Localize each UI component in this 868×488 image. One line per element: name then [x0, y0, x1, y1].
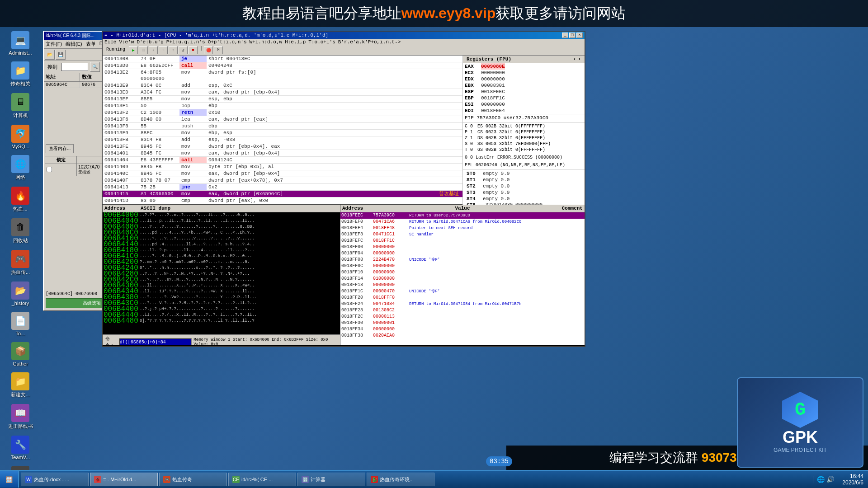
disasm-row-0[interactable]: 0064130B 74 0F je short 006413EC [103, 56, 462, 62]
start-button[interactable]: 🪟 [0, 471, 19, 488]
disasm-row-12[interactable]: 006413FE 8945 FC mov dword ptr [ebp-0x4]… [103, 143, 462, 150]
dbg-stop-btn[interactable]: ■ [189, 46, 198, 54]
dbg-pause-btn[interactable]: ⏸ [139, 46, 148, 54]
disasm-row-2[interactable]: 006413E2 64:8F05 00000000 mov dword ptr … [103, 69, 462, 82]
desktop-icon-chuanqi[interactable]: 📁 传奇相关 [2, 60, 38, 89]
taskbar-task-calc[interactable]: 🔢 计算器 [297, 473, 365, 486]
disasm-row-17[interactable]: 0064140F 8378 78 07 cmp dword ptr [eax+0… [103, 177, 462, 184]
disasm-row-5[interactable]: 006413EF 8BE5 mov esp, ebp [103, 96, 462, 103]
reg-st4: ST4empty 0.0 [465, 196, 583, 202]
taskbar-tray: 🌐 🔊 [813, 476, 838, 483]
search-btn[interactable]: 🔍 [90, 62, 100, 72]
disasm-row-7[interactable]: 006413F2 C2 1000 retn 0x10 [103, 109, 462, 116]
disasm-row-13[interactable]: 00641401 8B45 FC mov eax, dword ptr [ebp… [103, 150, 462, 157]
ce-menu-edit[interactable]: 编辑(E) [66, 41, 82, 47]
taskbar-task-hotblood[interactable]: 🎮 热血传奇 [159, 473, 227, 486]
disasm-row-3[interactable]: 006413E9 83C4 0C add esp, 0xC [103, 82, 462, 89]
disasm-row-9[interactable]: 006413F8 55 push ebp [103, 123, 462, 130]
dbg-menu-view[interactable]: V:e'w [119, 39, 134, 45]
stack-row-3: 0018FEF8 00471CC1 SE handler [340, 231, 585, 238]
desktop-icon-recycle[interactable]: 🗑 回收站 [2, 216, 38, 246]
taskbar: 🪟 W 热血传.docx - ... 🐞 = - M+irOld.d... 🎮 … [0, 470, 868, 488]
dbg-menu-file[interactable]: Eile [104, 39, 116, 45]
stack-row-15: 0018FF28 001308C2 [340, 307, 585, 314]
search-input[interactable] [61, 63, 88, 71]
dbg-step-over-btn[interactable]: → [159, 46, 168, 54]
flag-row-2: Z 1 DS 002B 32bit 0(FFFFFFFF) [465, 135, 583, 141]
disasm-row-15[interactable]: 00641409 8845 FB mov byte ptr [ebp-0x5],… [103, 164, 462, 170]
taskbar-clock[interactable]: 16:44 2020/6/6 [838, 473, 868, 486]
desktop-icon-mysql[interactable]: 🐬 MySQ... [2, 123, 38, 151]
stack-row-13: 0018FF20 0018FFF0 [340, 295, 585, 301]
search-label: 搜到 [46, 64, 59, 70]
dbg-menu-tools[interactable]: T:o.o+l's [308, 39, 335, 45]
dbg-menu-help[interactable]: H:e.l,p [285, 39, 306, 45]
disasm-row-8[interactable]: 006413F6 8D40 00 lea eax, dword ptr [eax… [103, 116, 462, 123]
ce-title: id/rr>%( CE 6.4.3 国际... [46, 33, 94, 39]
desktop-icon-to[interactable]: 📄 To... [2, 310, 38, 338]
view-memory-btn[interactable]: 查看内存... [46, 144, 74, 153]
dbg-menu-debug[interactable]: D'e:b.u'g [137, 39, 163, 45]
dbg-close-btn[interactable]: × [576, 33, 583, 38]
desktop-icon-administ[interactable]: 💻 Administ... [2, 29, 38, 57]
ce-menu-file[interactable]: 文件(F) [46, 41, 62, 47]
taskbar-task-dragon[interactable]: 🐉 热血传奇环境... [367, 473, 434, 486]
disasm-row-14[interactable]: 00641404 E8 43FEFFFF call 0064124C [103, 157, 462, 164]
ce-save-btn[interactable]: 💾 [56, 50, 66, 60]
dbg-bp-btn[interactable]: 🔴 [204, 46, 213, 54]
dbg-menu-plugins[interactable]: P+l:u.g.i.n's [166, 39, 205, 45]
disasm-row-10[interactable]: 006413F9 8BEC mov ebp, esp [103, 130, 462, 136]
dbg-menu-window[interactable]: W+i.n:d.o,w [250, 39, 283, 45]
mem-cmd-input[interactable] [119, 338, 192, 345]
desktop-icon-network[interactable]: 🌐 网络 [2, 153, 38, 183]
dbg-maximize-btn[interactable]: □ [569, 33, 576, 38]
tray-network-icon[interactable]: 🌐 [817, 476, 825, 483]
desktop-icon-hotblood[interactable]: 🔥 热血... [2, 185, 38, 214]
taskbar-task-word[interactable]: W 热血传.docx - ... [21, 473, 89, 486]
dbg-run-btn[interactable]: ▶ [129, 46, 138, 54]
desktop-icon-newfile[interactable]: 📁 新建文... [2, 371, 38, 400]
desktop-icon-gather[interactable]: 📦 Gather [2, 340, 38, 368]
taskbar-task-ce[interactable]: CE id/rr>%( CE ... [228, 473, 296, 486]
lock-checkbox-0[interactable] [45, 164, 77, 176]
dbg-minimize-btn[interactable]: _ [562, 33, 568, 38]
fpu-next-btn[interactable]: › [578, 56, 581, 62]
disasm-row-4[interactable]: 006413ED A3C4 FC mov eax, dword ptr [ebp… [103, 89, 462, 96]
disasm-row-18[interactable]: 00641413 75 25 jne 0x2 [103, 184, 462, 191]
disasm-row-20[interactable]: 0064141D 83 00 cmp dword ptr [eax], 0x0 [103, 197, 462, 204]
desktop-icon-computer[interactable]: 🖥 计算机 [2, 91, 38, 121]
disasm-row-6[interactable]: 006413F1 5D pop ebp [103, 103, 462, 109]
stack-row-5: 0018FF00 00000000 [340, 244, 585, 250]
disasm-row-selected[interactable]: 00641415 A1 4C966500 mov eax, dword ptr … [103, 191, 462, 197]
reg-ebx: EBX 00088301 [463, 82, 585, 89]
bottom-text: 编程学习交流群 [609, 450, 698, 465]
desktop-icon-hotblood2[interactable]: 🎮 热血传... [2, 248, 38, 277]
dbg-mem-btn[interactable]: M [214, 46, 223, 54]
desktop-icon-history[interactable]: 📂 _history [2, 280, 38, 308]
hotblood-task-icon: 🎮 [163, 476, 170, 483]
debugger-menubar: Eile V:e'w D'e:b.u'g P+l:u.g.i.n's O+p't… [103, 39, 585, 45]
reg-eax: EAX 0009080E [463, 63, 585, 70]
dbg-step-btn[interactable]: ↓ [149, 46, 158, 54]
dbg-restart-btn[interactable]: ↺ [179, 46, 188, 54]
taskbar-task-debugger[interactable]: 🐞 = - M+irOld.d... [90, 473, 158, 486]
ce-open-btn[interactable]: 📂 [45, 50, 55, 60]
stack-row-12: 0018FF1C 00000470 UNICODE '专F' [340, 288, 585, 295]
reg-ecx: ECX 00000000 [463, 70, 585, 76]
ce-menu-table[interactable]: 表单 [86, 41, 96, 47]
fpu-prev-btn[interactable]: ‹ [573, 56, 576, 62]
desktop-icon-teamv[interactable]: 🔧 TeamV... [2, 434, 38, 462]
dbg-step-out-btn[interactable]: ↑ [169, 46, 178, 54]
disasm-row-16[interactable]: 0064140C 8B45 FC mov eax, dword ptr [ebp… [103, 170, 462, 177]
dbg-menu-breakpoints[interactable]: B'r.e'a.k'P+o,i.n.t-> [338, 39, 401, 45]
stack-row-19: 0018FF38 0020AEA0 [340, 333, 585, 339]
desktop-icon-roadbook[interactable]: 📖 进击路线书 [2, 402, 38, 432]
dbg-menu-options[interactable]: O+p't:i.o,n's [208, 39, 247, 45]
tray-sound-icon[interactable]: 🔊 [826, 476, 834, 483]
disasm-row-11[interactable]: 006413FB 83C4 F8 add esp, -0x8 [103, 136, 462, 143]
registers-fpu-pane: Registers (FPU) ‹ › EAX 0009080E ECX 000… [462, 56, 585, 205]
clock-time: 16:44 [842, 473, 863, 479]
disasm-row-1[interactable]: 006413D0 E8 662EDCFF call 00404248 [103, 62, 462, 69]
debugger-controls: _ □ × [562, 33, 583, 38]
ce-th-addr: 地址 [44, 73, 80, 81]
